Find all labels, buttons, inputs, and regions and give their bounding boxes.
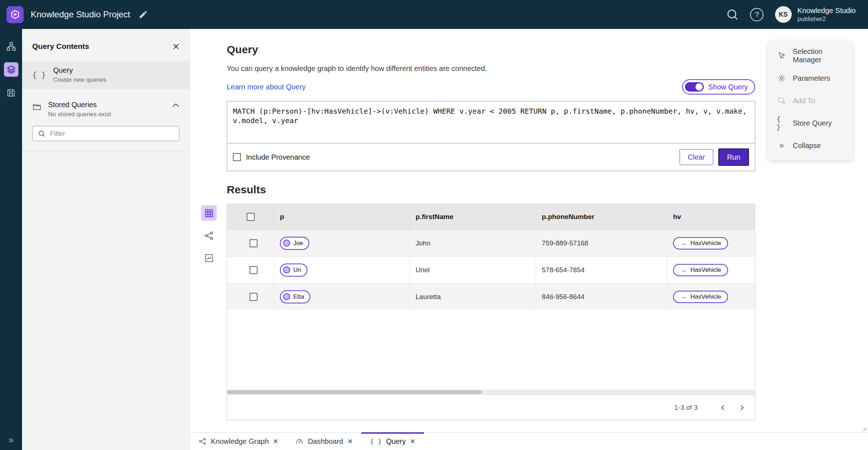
node-pill[interactable]: Uri (280, 264, 307, 277)
layers-icon (6, 64, 16, 75)
folder-icon (32, 102, 42, 112)
node-pill[interactable]: Etta (280, 290, 310, 303)
row-checkbox[interactable] (250, 266, 258, 274)
tab-close-icon[interactable]: × (410, 437, 415, 446)
include-provenance-checkbox[interactable] (233, 153, 241, 161)
chart-view-button[interactable] (201, 250, 217, 266)
select-all-checkbox[interactable] (247, 213, 255, 221)
learn-more-link[interactable]: Learn more about Query (227, 83, 306, 91)
query-actions-menu: Selection Manager Parameters Add To { } … (769, 42, 852, 160)
dashboard-icon (295, 437, 303, 445)
gear-icon (776, 74, 787, 83)
filter-section (22, 125, 190, 152)
next-page-button[interactable] (734, 400, 750, 416)
column-header-firstname[interactable]: p.firstName (410, 204, 536, 230)
column-header-hv[interactable]: hv (667, 204, 755, 230)
menu-item-label: Collapse (793, 142, 821, 150)
show-query-toggle[interactable]: Show Query (682, 79, 755, 94)
run-button[interactable]: Run (718, 148, 749, 166)
tab-label: Knowledge Graph (211, 437, 269, 446)
help-button[interactable]: ? (749, 7, 765, 22)
add-to-item: Add To (769, 89, 852, 112)
previous-page-button[interactable] (715, 400, 731, 416)
store-query-item[interactable]: { } Store Query (769, 112, 852, 134)
left-rail: » (0, 29, 22, 450)
expand-icon: » (8, 434, 13, 445)
knowledge-graph-icon (199, 437, 207, 445)
collapse-icon: » (776, 141, 787, 150)
arrow-right-icon: → (680, 240, 687, 247)
resize-handle-icon[interactable] (863, 427, 867, 431)
tab-query[interactable]: { } Query × (361, 433, 424, 450)
column-header-phone[interactable]: p.phoneNumber (536, 204, 667, 230)
toggle-knob-icon (695, 83, 703, 91)
tab-close-icon[interactable]: × (273, 437, 278, 446)
clear-button[interactable]: Clear (680, 149, 714, 165)
rail-save-button[interactable] (4, 85, 18, 100)
pagination-label: 1-3 of 3 (675, 404, 698, 412)
network-icon (204, 231, 214, 240)
tab-knowledge-graph[interactable]: Knowledge Graph × (190, 433, 287, 450)
node-icon (283, 240, 290, 247)
scrollbar-thumb[interactable] (227, 390, 482, 394)
user-block[interactable]: Knowledge Studio publisher2 (797, 6, 856, 23)
graph-view-button[interactable] (201, 228, 217, 243)
table-row: Joe John 759-889-57168 → HasVehicle (227, 230, 755, 256)
row-checkbox[interactable] (250, 239, 258, 247)
stored-queries-subtitle: No stored queries exist (48, 111, 166, 118)
body-row: » Query Contents × { } Query Create new … (0, 29, 868, 450)
node-icon (283, 266, 290, 273)
edge-pill[interactable]: → HasVehicle (673, 291, 728, 303)
project-title: Knowledge Studio Project (31, 9, 130, 20)
topbar: Knowledge Studio Project ? KS Knowledge … (0, 0, 868, 29)
braces-icon: { } (776, 115, 787, 131)
bottom-tabbar: Knowledge Graph × Dashboard × { } Query … (190, 432, 868, 450)
sidebar-header: Query Contents × (22, 29, 190, 61)
table-header-row: p p.firstName p.phoneNumber hv (227, 204, 755, 230)
add-to-icon (776, 96, 787, 105)
header-checkbox-cell (227, 204, 274, 230)
selection-manager-item[interactable]: Selection Manager (769, 45, 852, 67)
table-icon (204, 209, 214, 218)
filter-input[interactable] (50, 130, 174, 138)
results-view-toolbar (201, 205, 217, 266)
node-label: Joe (293, 240, 303, 247)
query-item-title: Query (53, 66, 106, 75)
row-checkbox[interactable] (250, 293, 258, 301)
stored-queries-section[interactable]: Stored Queries No stored queries exist (22, 97, 190, 125)
tab-dashboard[interactable]: Dashboard × (287, 433, 361, 450)
node-pill[interactable]: Joe (280, 237, 309, 250)
search-button[interactable] (724, 7, 740, 22)
rail-expand-button[interactable]: » (0, 434, 22, 446)
parameters-item[interactable]: Parameters (769, 67, 852, 89)
braces-icon: { } (32, 71, 46, 79)
table-empty-area (227, 310, 755, 390)
collapse-item[interactable]: » Collapse (769, 134, 852, 157)
edge-label: HasVehicle (690, 240, 721, 247)
chevron-up-icon[interactable] (172, 103, 179, 107)
user-name: Knowledge Studio (797, 6, 856, 15)
table-view-button[interactable] (201, 205, 217, 221)
query-editor-footer: Include Provenance Clear Run (227, 143, 755, 171)
rail-layers-button[interactable] (4, 62, 18, 77)
cell-firstname: Lauretta (416, 293, 441, 301)
query-text-editor[interactable]: MATCH (p:Person)-[hv:HasVehicle]->(v:Veh… (227, 101, 755, 143)
query-item-subtitle: Create new queries (53, 76, 106, 84)
sidebar-close-icon[interactable]: × (173, 41, 179, 52)
edit-title-icon[interactable] (137, 8, 150, 21)
chevron-left-icon (719, 403, 727, 412)
selection-cursor-icon (776, 51, 787, 60)
arrow-right-icon: → (680, 293, 687, 300)
sidebar-item-query[interactable]: { } Query Create new queries (22, 61, 190, 89)
cell-firstname: John (416, 239, 430, 247)
rail-hierarchy-button[interactable] (4, 39, 18, 54)
tab-close-icon[interactable]: × (348, 437, 353, 446)
results-area: p p.firstName p.phoneNumber hv (227, 204, 755, 420)
column-header-p[interactable]: p (274, 204, 410, 230)
menu-item-label: Parameters (793, 74, 830, 83)
edge-pill[interactable]: → HasVehicle (673, 264, 728, 276)
table-row: Uri Uriel 578-654-7854 → HasVehicle (227, 256, 755, 283)
avatar[interactable]: KS (775, 6, 792, 23)
horizontal-scrollbar[interactable] (227, 390, 755, 395)
edge-pill[interactable]: → HasVehicle (673, 237, 728, 249)
